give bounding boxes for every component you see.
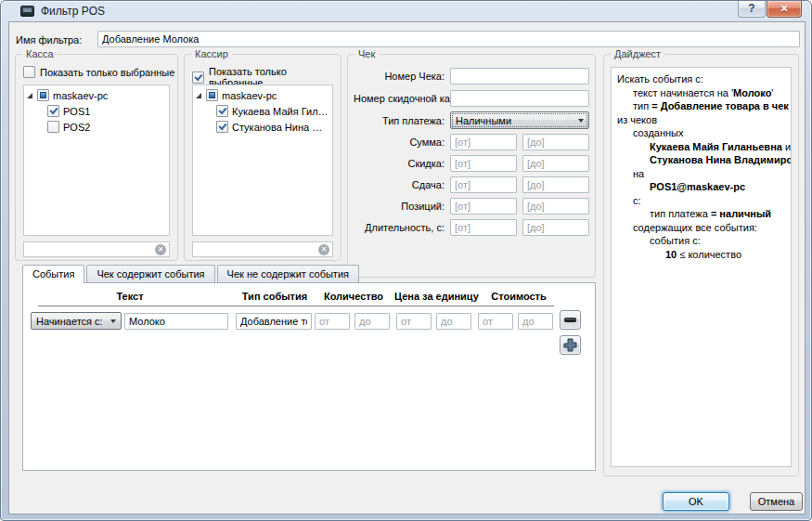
close-button[interactable]: ✕ (767, 1, 802, 18)
quantity-from-field[interactable] (315, 313, 350, 330)
unit-price-to-field[interactable] (436, 313, 471, 330)
kassir-tree[interactable]: maskaev-pc Кукаева Майя Гиланьевна Стука… (192, 85, 333, 236)
close-icon: ✕ (780, 3, 788, 14)
tree-item-label: Кукаева Майя Гиланьевна (232, 106, 329, 117)
kassa-show-only-checkbox[interactable]: Показать только выбранные (23, 66, 174, 78)
column-header-event-type: Тип события (237, 291, 313, 302)
checkbox-icon[interactable] (216, 105, 228, 117)
unit-price-from-field[interactable] (396, 313, 432, 330)
kassir-tree-root-row[interactable]: maskaev-pc (193, 87, 332, 103)
event-text-input[interactable] (124, 313, 228, 330)
kassir-group-title: Кассир (191, 48, 232, 59)
range-to-field[interactable] (522, 198, 589, 215)
check-range-row: Сумма: (354, 133, 589, 150)
discount-card-label: Номер скидочной карты: (354, 93, 450, 104)
kassir-tree-item-1[interactable]: Кукаева Майя Гиланьевна (193, 103, 332, 119)
check-range-row: Сдача: (354, 176, 589, 193)
clear-filter-icon[interactable]: ✕ (318, 244, 329, 255)
range-from-field[interactable] (450, 176, 517, 193)
remove-row-button[interactable] (560, 310, 581, 330)
checkbox-icon[interactable] (192, 72, 204, 84)
kassa-group: Касса Показать только выбранные maskaev-… (15, 54, 178, 261)
kassir-filter-input[interactable] (193, 242, 318, 256)
range-from-field[interactable] (450, 155, 517, 172)
checkbox-icon[interactable] (47, 121, 59, 133)
check-group-title: Чек (354, 48, 379, 59)
minus-icon (564, 318, 576, 322)
ok-button[interactable]: OK (663, 492, 729, 511)
kassa-filter-input[interactable] (24, 242, 155, 256)
kassa-tree-item-pos1[interactable]: POS1 (24, 103, 169, 119)
filter-name-label: Имя фильтра: (16, 34, 82, 46)
help-icon: ? (748, 2, 754, 15)
column-header-cost: Стоимость (481, 291, 557, 302)
payment-type-combobox[interactable]: Наличными (450, 111, 589, 129)
checkbox-icon[interactable] (216, 121, 228, 133)
kassa-tree-root-row[interactable]: maskaev-pc (24, 87, 169, 103)
events-tab-panel: Текст Тип события Количество Цена за еди… (22, 282, 596, 471)
pos-filter-dialog: Фильтр POS ? ✕ Имя фильтра: Касса Показа… (0, 0, 812, 521)
help-button[interactable]: ? (738, 1, 766, 18)
check-group: Чек Номер Чека: Номер скидочной карты: Т… (347, 54, 596, 278)
event-type-field[interactable] (236, 313, 312, 330)
expander-icon[interactable] (196, 93, 201, 98)
clear-filter-icon[interactable]: ✕ (155, 244, 166, 255)
digest-line: Стуканова Нина Владимировна (615, 153, 787, 167)
payment-type-row: Тип платежа: Наличными (354, 111, 589, 129)
plus-icon (563, 338, 577, 352)
kassir-group: Кассир Показать только выбранные maskaev… (184, 54, 342, 261)
range-label: Длительность, с: (354, 222, 450, 233)
window-title: Фильтр POS (41, 5, 105, 18)
digest-line: созданных (615, 126, 787, 140)
kassir-tree-item-2[interactable]: Стуканова Нина Владимировна (193, 119, 332, 135)
receipt-number-field[interactable] (450, 68, 589, 85)
digest-line: 10 ≤ количество (615, 248, 787, 262)
tab-receipt-not-contains-events[interactable]: Чек не содержит события (217, 265, 359, 282)
cost-from-field[interactable] (478, 313, 513, 330)
digest-line: тип платежа = наличный (615, 207, 787, 221)
digest-line: на (615, 167, 787, 181)
kassa-tree[interactable]: maskaev-pc POS1 POS2 (23, 85, 170, 236)
tristate-checkbox-icon[interactable] (37, 89, 49, 101)
payment-type-label: Тип платежа: (354, 115, 450, 126)
kassa-tree-item-pos2[interactable]: POS2 (24, 119, 169, 135)
cancel-button[interactable]: Отмена (750, 492, 803, 511)
tree-item-label: POS1 (63, 106, 90, 117)
column-header-text: Текст (31, 291, 229, 302)
digest-line: содержащих все события: (615, 221, 787, 235)
column-header-unit-price: Цена за единицу (394, 291, 478, 302)
digest-group: Дайджест Искать события с: текст начинае… (603, 54, 799, 476)
filter-name-input[interactable] (97, 31, 800, 47)
range-to-field[interactable] (522, 134, 589, 150)
checkbox-icon[interactable] (47, 105, 59, 117)
dialog-body: Имя фильтра: Касса Показать только выбра… (8, 21, 806, 514)
tristate-checkbox-icon[interactable] (206, 89, 218, 101)
tree-item-label: Стуканова Нина Владимировна (232, 122, 329, 133)
check-range-row: Скидка: (354, 154, 589, 172)
cost-to-field[interactable] (518, 313, 553, 330)
header-divider (38, 306, 554, 306)
kassir-filter-box: ✕ (192, 241, 333, 257)
receipt-number-row: Номер Чека: (354, 67, 589, 85)
digest-line: POS1@maskaev-pc (615, 180, 787, 194)
range-from-field[interactable] (450, 198, 517, 215)
checkbox-icon[interactable] (23, 66, 35, 78)
tab-receipt-contains-events[interactable]: Чек содержит события (86, 265, 214, 282)
chevron-down-icon (110, 319, 116, 323)
range-to-field[interactable] (522, 155, 589, 172)
quantity-to-field[interactable] (354, 313, 390, 330)
range-to-field[interactable] (522, 219, 589, 236)
expander-icon[interactable] (27, 93, 32, 98)
titlebar[interactable]: Фильтр POS ? ✕ (1, 1, 811, 21)
tree-item-label: POS2 (63, 122, 90, 133)
kassa-filter-box: ✕ (23, 241, 170, 257)
add-row-button[interactable] (560, 335, 581, 355)
discount-card-field[interactable] (450, 90, 589, 107)
tab-events[interactable]: События (22, 265, 84, 283)
range-from-field[interactable] (450, 219, 517, 236)
range-from-field[interactable] (450, 134, 517, 150)
digest-panel: Искать события с: текст начинается на 'М… (611, 67, 792, 467)
match-type-combobox[interactable]: Начинается с: (31, 312, 122, 330)
range-to-field[interactable] (522, 176, 589, 193)
kassir-root-label: maskaev-pc (222, 90, 277, 101)
